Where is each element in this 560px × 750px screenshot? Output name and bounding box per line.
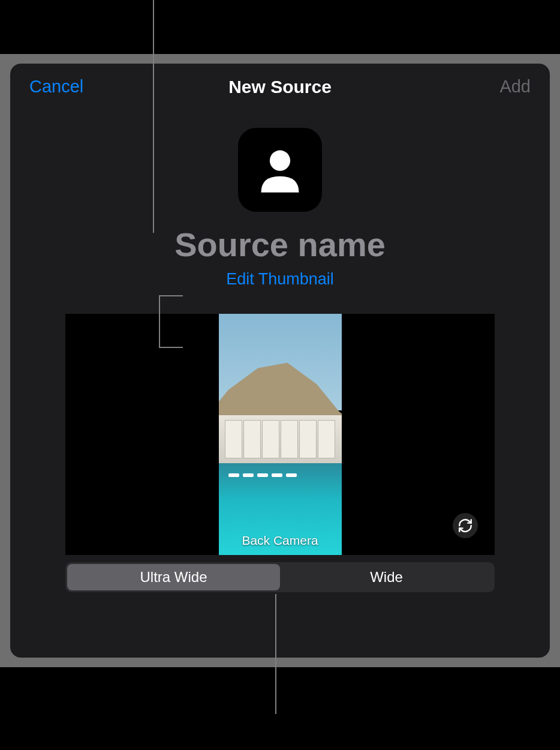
segment-ultra-wide[interactable]: Ultra Wide	[67, 564, 280, 590]
camera-label: Back Camera	[219, 533, 342, 548]
thumbnail-area: Edit Thumbnail	[10, 128, 550, 289]
callout-line-top	[153, 0, 154, 54]
switch-camera-button[interactable]	[453, 513, 478, 538]
switch-camera-icon	[457, 518, 473, 533]
source-name-input[interactable]	[100, 225, 460, 264]
svg-point-0	[270, 151, 290, 171]
add-button[interactable]: Add	[499, 77, 531, 97]
segment-wide[interactable]: Wide	[280, 564, 493, 590]
sheet-title: New Source	[10, 77, 550, 97]
callout-bracket	[159, 295, 183, 348]
edit-thumbnail-button[interactable]: Edit Thumbnail	[226, 270, 334, 289]
lens-segmented-control[interactable]: Ultra Wide Wide	[65, 562, 495, 592]
camera-preview-frame: Back Camera	[65, 314, 495, 555]
camera-preview-image: Back Camera	[219, 314, 342, 555]
camera-preview-area: Back Camera Ultra Wide Wide	[65, 314, 495, 592]
person-placeholder-icon	[253, 143, 307, 197]
callout-line-bracket-stem	[153, 53, 154, 233]
callout-line-bottom	[275, 594, 276, 714]
cancel-button[interactable]: Cancel	[29, 77, 83, 97]
thumbnail-tile[interactable]	[238, 128, 322, 212]
sheet-header: Cancel New Source Add	[10, 64, 550, 103]
new-source-sheet: Cancel New Source Add Edit Thumbnail	[10, 64, 550, 658]
